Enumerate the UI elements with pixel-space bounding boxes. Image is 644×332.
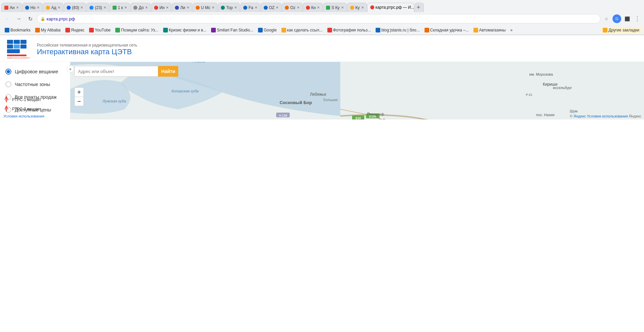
bookmark-alibaba[interactable]: My Alibaba: [33, 27, 63, 33]
tab-close-3[interactable]: ✕: [58, 6, 60, 9]
tab-favicon-12: [243, 6, 247, 10]
tab-10[interactable]: U Мс ✕: [193, 3, 217, 12]
new-tab-btn[interactable]: +: [414, 3, 424, 12]
map-search-button[interactable]: Найти: [158, 66, 178, 77]
tab-6[interactable]: 1 к ✕: [110, 3, 130, 12]
svg-text:Лужская губа: Лужская губа: [102, 99, 126, 103]
tab-3[interactable]: Ад ✕: [43, 3, 63, 12]
zoom-out-button[interactable]: −: [74, 97, 84, 106]
sidebar-toggle-button[interactable]: «: [67, 65, 74, 73]
tab-16[interactable]: S Ку ✕: [323, 3, 346, 12]
bookmark-foto[interactable]: Фотография польз...: [325, 27, 373, 33]
bookmark-more[interactable]: »: [508, 27, 515, 33]
bookmark-label-google: Google: [264, 28, 277, 32]
tab-11[interactable]: Тор ✕: [218, 3, 240, 12]
tab-13[interactable]: OZ ✕: [261, 3, 282, 12]
tab-15[interactable]: Кн ✕: [303, 3, 323, 12]
extensions-icon[interactable]: ⬛: [623, 15, 631, 23]
tab-close-9[interactable]: ✕: [187, 6, 189, 9]
menu-icon[interactable]: ⋮: [633, 15, 641, 23]
radio-chastotnie[interactable]: [5, 81, 11, 87]
reload-button[interactable]: ↻: [25, 14, 35, 23]
tab-12[interactable]: Fa ✕: [240, 3, 260, 12]
bookmark-yandex[interactable]: Яндекс: [63, 27, 86, 33]
omnibox[interactable]: 🔒 карта.ртрс.рф: [37, 14, 600, 23]
tab-14[interactable]: Oz ✕: [282, 3, 302, 12]
bookmark-pozitsii[interactable]: Позиции сайта: Уз...: [113, 27, 160, 33]
bookmark-fav-foto: [327, 28, 332, 32]
bookmark-youtube[interactable]: YouTube: [87, 27, 113, 33]
tab-8[interactable]: Ин ✕: [151, 3, 172, 12]
zoom-in-button[interactable]: +: [74, 87, 84, 97]
tab-close-2[interactable]: ✕: [37, 6, 40, 9]
tab-18-active[interactable]: карта.ртрс.рф — И... ✕: [367, 3, 414, 12]
tab-close-10[interactable]: ✕: [212, 6, 214, 9]
omnibox-bar: ← → ↻ 🔒 карта.ртрс.рф ☆ G ⬛ ⋮: [0, 12, 644, 25]
bookmark-krizis[interactable]: Кризис физики и в...: [161, 27, 208, 33]
profile-icon[interactable]: G: [613, 14, 621, 23]
tab-bar: Ан ✕ Но ✕ Ад ✕ (83) ✕ (23) ✕ 1 к ✕: [0, 0, 644, 12]
map-area[interactable]: E20 E105 E-20 A-180 A-118 E95 Финский за…: [70, 62, 644, 119]
bookmark-other[interactable]: Другие закладки: [601, 27, 641, 33]
tab-5[interactable]: (23) ✕: [86, 3, 109, 12]
sidebar-item-chastotnie[interactable]: Частотные зоны: [0, 78, 70, 91]
tab-favicon-15: [306, 6, 310, 10]
yandex-link[interactable]: Яндекс: [574, 114, 586, 118]
tab-favicon-1: [4, 6, 8, 10]
sidebar-item-tsifrovoe[interactable]: Цифровое вещание: [0, 65, 70, 78]
svg-text:Шум: Шум: [570, 109, 577, 113]
svg-text:ФЕДЕРАЛЬНАЯ ЦЕЛЕВАЯ ПРОГРАММА: ФЕДЕРАЛЬНАЯ ЦЕЛЕВАЯ ПРОГРАММА: [7, 57, 30, 59]
bookmark-smilart[interactable]: Smilart Fan Studio...: [209, 27, 255, 33]
tab-9[interactable]: Ли ✕: [172, 3, 192, 12]
svg-rect-1: [14, 40, 20, 44]
tab-close-4[interactable]: ✕: [80, 6, 83, 9]
tab-close-5[interactable]: ✕: [104, 6, 106, 9]
bookmark-fav-udochka: [425, 28, 429, 32]
tab-17[interactable]: Ку ✕: [347, 3, 367, 12]
bookmark-google[interactable]: Google: [256, 27, 279, 33]
tab-close-1[interactable]: ✕: [16, 6, 19, 9]
tab-2[interactable]: Но ✕: [22, 3, 43, 12]
tab-close-7[interactable]: ✕: [145, 6, 148, 9]
bookmark-bookmarks[interactable]: Bookmarks: [3, 27, 33, 33]
sidebar: « Цифровое вещание Частотные зоны Все пу…: [0, 62, 70, 119]
tab-close-12[interactable]: ✕: [255, 6, 257, 9]
tab-close-6[interactable]: ✕: [124, 6, 127, 9]
bookmark-avtomagaziny[interactable]: Автомагазины: [471, 27, 508, 33]
tab-close-14[interactable]: ✕: [297, 6, 300, 9]
tos-link[interactable]: Условия использования: [3, 114, 44, 118]
forward-button[interactable]: →: [14, 14, 23, 23]
bookmark-fav-smilart: [211, 28, 216, 32]
bookmark-label-foto: Фотография польз...: [333, 28, 371, 32]
tab-1[interactable]: Ан ✕: [1, 3, 22, 12]
tab-close-8[interactable]: ✕: [166, 6, 169, 9]
tab-close-11[interactable]: ✕: [234, 6, 237, 9]
tab-label-11: Тор: [226, 5, 233, 10]
tab-close-17[interactable]: ✕: [361, 6, 364, 9]
tab-7[interactable]: До ✕: [130, 3, 151, 12]
tab-favicon-18: [370, 5, 374, 9]
map-search-input[interactable]: [74, 66, 158, 77]
bookmark-star-icon[interactable]: ☆: [602, 15, 610, 23]
sidebar-text-tsifrovoe: Цифровое вещание: [15, 69, 58, 74]
bookmark-more-label: »: [510, 28, 513, 32]
back-button[interactable]: ←: [3, 14, 12, 23]
svg-text:E20: E20: [356, 116, 361, 119]
tab-close-15[interactable]: ✕: [317, 6, 320, 9]
svg-text:Кириши: Кириши: [543, 82, 558, 87]
tab-label-14: Oz: [290, 5, 295, 10]
tab-4[interactable]: (83) ✕: [64, 3, 86, 12]
tab-close-13[interactable]: ✕: [276, 6, 278, 9]
radio-tsifrovoe[interactable]: [5, 69, 11, 75]
bookmark-udochka[interactable]: Складная удочка –...: [423, 27, 471, 33]
tab-label-9: Ли: [180, 5, 185, 10]
legend-icon-rtrs1: [3, 96, 9, 103]
main-content: « Цифровое вещание Частотные зоны Все пу…: [0, 62, 644, 119]
bookmark-kak[interactable]: как сделать ссыл...: [279, 27, 325, 33]
bookmark-fav-kak: [281, 28, 286, 32]
tab-close-16[interactable]: ✕: [341, 6, 344, 9]
svg-text:P-21: P-21: [526, 93, 532, 96]
tab-favicon-17: [350, 6, 354, 10]
bookmark-blog[interactable]: blog:|stanis.ru | бло...: [374, 27, 422, 33]
yandex-tos-link[interactable]: Условия использования: [587, 114, 628, 118]
